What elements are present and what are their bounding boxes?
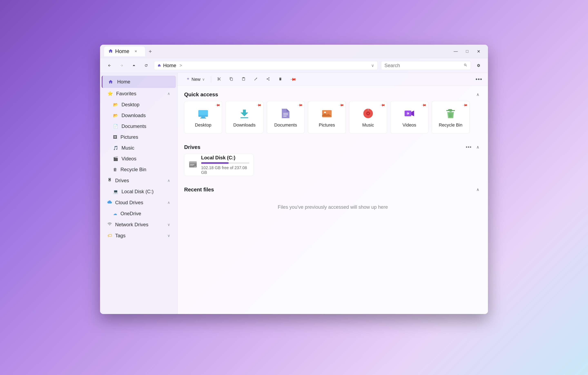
- sidebar-videos-label: Videos: [121, 156, 136, 162]
- tags-chevron[interactable]: ∨: [168, 233, 170, 238]
- svg-rect-3: [200, 118, 206, 119]
- network-drives-chevron[interactable]: ∨: [168, 222, 170, 227]
- main-content: Home ⭐ Favorites ∧ 📂 Desktop 📂 Downloads…: [100, 73, 488, 314]
- quick-access-music[interactable]: 📌 Music: [349, 101, 387, 134]
- sidebar-item-pictures[interactable]: 🖼 Pictures: [102, 132, 176, 142]
- back-button[interactable]: [105, 61, 114, 70]
- up-button[interactable]: [129, 61, 138, 70]
- search-box[interactable]: [381, 61, 471, 70]
- content-area: Quick access ∧ 📌 Desktop 📌: [178, 86, 488, 314]
- address-bar[interactable]: Home > ∨: [154, 61, 378, 70]
- toolbar-more-button[interactable]: •••: [475, 75, 483, 83]
- videos-pin-icon: 📌: [421, 102, 427, 108]
- sidebar-item-local-disk[interactable]: 💻 Local Disk (C:): [102, 186, 176, 197]
- drives-content: Local Disk (C:) 102.18 GB free of 237.08…: [178, 154, 488, 181]
- quick-access-desktop[interactable]: 📌 Desktop: [184, 101, 222, 134]
- forward-button[interactable]: [117, 61, 126, 70]
- sidebar-item-music[interactable]: 🎵 Music: [102, 143, 176, 153]
- local-disk-card[interactable]: Local Disk (C:) 102.18 GB free of 237.08…: [184, 154, 253, 176]
- sidebar-local-disk-label: Local Disk (C:): [121, 189, 154, 194]
- drive-bar-fill: [201, 162, 229, 164]
- local-disk-icon: 💻: [113, 189, 118, 194]
- drive-bar-wrapper: [201, 162, 249, 164]
- svg-rect-1: [199, 110, 208, 115]
- quick-access-section-header: Quick access ∧: [178, 86, 488, 101]
- tab-close-button[interactable]: ×: [133, 49, 139, 54]
- search-input[interactable]: [384, 63, 462, 68]
- sidebar-section-favorites[interactable]: ⭐ Favorites ∧: [102, 88, 176, 99]
- recycle-pin-icon: 📌: [462, 102, 468, 108]
- svg-rect-18: [190, 164, 194, 165]
- quick-access-pictures[interactable]: 📌 Pictures: [308, 101, 346, 134]
- sidebar-music-label: Music: [121, 145, 134, 151]
- sidebar-item-videos[interactable]: 🎬 Videos: [102, 153, 176, 164]
- minimize-button[interactable]: —: [450, 47, 461, 55]
- delete-button[interactable]: [275, 75, 286, 84]
- copy-button[interactable]: [226, 75, 237, 84]
- svg-rect-19: [190, 165, 193, 166]
- svg-rect-15: [189, 161, 197, 163]
- pin-button[interactable]: 📌: [287, 75, 300, 84]
- recent-files-toggle[interactable]: ∧: [474, 186, 482, 193]
- tab-area: Home × +: [104, 47, 450, 56]
- copy-icon: [230, 77, 233, 82]
- sidebar-item-recycle-bin[interactable]: 🗑 Recycle Bin: [102, 164, 176, 175]
- close-button[interactable]: ✕: [473, 47, 484, 55]
- downloads-folder-icon-wrapper: [238, 107, 251, 120]
- pictures-folder-icon-wrapper: [320, 107, 333, 120]
- network-drives-icon: [107, 222, 112, 227]
- refresh-button[interactable]: [142, 61, 151, 70]
- empty-state-message: Files you've previously accessed will sh…: [184, 196, 482, 218]
- drives-toggle[interactable]: ∧: [474, 143, 482, 151]
- search-icon[interactable]: [464, 63, 467, 68]
- svg-rect-4: [283, 113, 288, 114]
- sidebar-section-cloud-drives[interactable]: Cloud Drives ∧: [102, 197, 176, 208]
- settings-button[interactable]: [474, 61, 483, 70]
- music-folder-icon: 🎵: [113, 145, 118, 150]
- sidebar-item-home[interactable]: Home: [102, 76, 176, 88]
- documents-card-label: Documents: [274, 122, 297, 128]
- quick-access-toggle[interactable]: ∧: [474, 91, 482, 98]
- sidebar-section-drives[interactable]: Drives ∧: [102, 175, 176, 186]
- sidebar-section-network-drives[interactable]: Network Drives ∨: [102, 219, 176, 230]
- sidebar-pictures-label: Pictures: [120, 134, 138, 140]
- cut-button[interactable]: [214, 75, 225, 84]
- file-explorer-window: Home × + — □ ✕ Home > ∨: [100, 45, 488, 314]
- drives-more-button[interactable]: •••: [465, 143, 472, 151]
- svg-rect-2: [201, 117, 205, 118]
- new-icon: [186, 77, 190, 81]
- empty-state-text: Files you've previously accessed will sh…: [278, 204, 388, 210]
- cloud-drives-chevron[interactable]: ∧: [168, 200, 170, 205]
- drive-space-label: 102.18 GB free of 237.08 GB: [201, 165, 249, 175]
- sidebar-downloads-label: Downloads: [121, 113, 146, 118]
- address-dropdown-icon[interactable]: ∨: [371, 63, 374, 68]
- rename-button[interactable]: [250, 75, 261, 84]
- new-tab-button[interactable]: +: [146, 47, 155, 56]
- sidebar-section-tags[interactable]: 🏷 Tags ∨: [102, 230, 176, 241]
- sidebar-item-desktop[interactable]: 📂 Desktop: [102, 99, 176, 110]
- drives-chevron[interactable]: ∧: [168, 178, 170, 183]
- favorites-chevron[interactable]: ∧: [168, 91, 170, 96]
- home-tab[interactable]: Home ×: [104, 47, 145, 56]
- sidebar-item-downloads[interactable]: 📂 Downloads: [102, 110, 176, 121]
- share-button[interactable]: [262, 75, 273, 84]
- desktop-card-label: Desktop: [195, 122, 211, 128]
- drives-section-title: Drives: [184, 144, 200, 150]
- svg-rect-6: [283, 116, 286, 117]
- sidebar-item-onedrive[interactable]: ☁ OneDrive: [102, 208, 176, 219]
- toolbar-separator-1: [211, 76, 211, 83]
- quick-access-downloads[interactable]: 📌 Downloads: [225, 101, 263, 134]
- quick-access-documents[interactable]: 📌 Documents: [267, 101, 304, 134]
- sidebar-item-documents[interactable]: 📄 Documents: [102, 121, 176, 132]
- recent-files-section-header: Recent files ∧: [178, 181, 488, 196]
- paste-button[interactable]: [238, 75, 249, 84]
- quick-access-videos[interactable]: 📌 Videos: [390, 101, 428, 134]
- desktop-pin-icon: 📌: [215, 102, 221, 108]
- maximize-button[interactable]: □: [462, 47, 472, 55]
- quick-access-recycle-bin[interactable]: 📌 Recycle Bin: [432, 101, 470, 134]
- window-controls: — □ ✕: [450, 47, 484, 55]
- downloads-card-label: Downloads: [233, 122, 256, 128]
- home-tab-label: Home: [115, 48, 129, 54]
- toolbar: New ∨: [178, 73, 488, 86]
- new-button[interactable]: New ∨: [182, 75, 209, 84]
